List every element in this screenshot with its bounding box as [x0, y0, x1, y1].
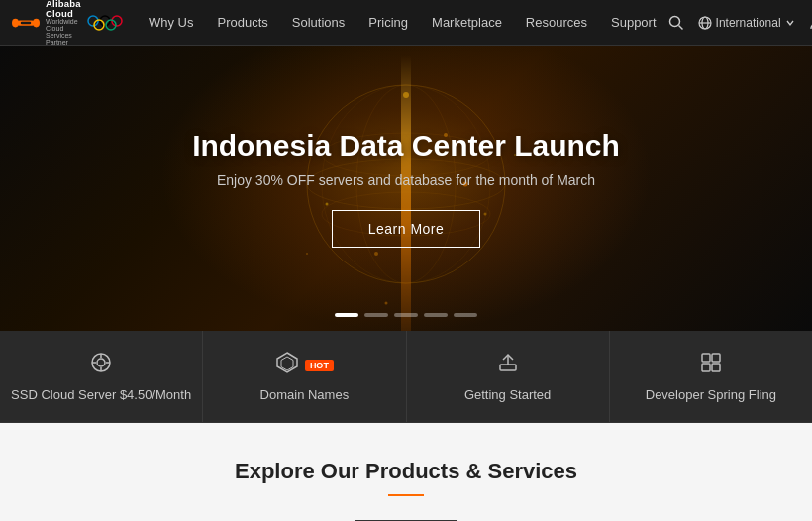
alibaba-cloud-logo-icon	[12, 14, 40, 32]
feature-tiles: SSD Cloud Server $4.50/Month HOT Domain …	[0, 331, 812, 423]
getting-started-icon	[496, 351, 520, 379]
nav-link-solutions[interactable]: Solutions	[280, 0, 356, 46]
carousel-dot-3[interactable]	[394, 313, 418, 317]
nav-link-marketplace[interactable]: Marketplace	[420, 0, 514, 46]
hero-cta-button[interactable]: Learn More	[332, 210, 481, 248]
svg-marker-39	[281, 357, 293, 370]
hero-carousel-dots	[335, 313, 477, 317]
svg-rect-42	[702, 354, 710, 362]
carousel-dot-4[interactable]	[424, 313, 448, 317]
explore-divider	[388, 494, 424, 496]
svg-point-9	[669, 16, 679, 26]
hero-title: Indonesia Data Center Launch	[192, 129, 620, 162]
nav-link-resources[interactable]: Resources	[514, 0, 599, 46]
feature-tile-ssd-cloud[interactable]: SSD Cloud Server $4.50/Month	[0, 331, 203, 422]
carousel-dot-5[interactable]	[454, 313, 477, 317]
svg-rect-3	[21, 21, 32, 24]
feature-tile-ssd-label: SSD Cloud Server $4.50/Month	[11, 387, 191, 402]
feature-tile-domain-top: HOT	[275, 351, 334, 379]
svg-marker-38	[277, 353, 297, 372]
feature-tile-getting-started[interactable]: Getting Started	[407, 331, 610, 422]
feature-tile-ssd-top	[89, 351, 113, 379]
hot-badge: HOT	[305, 360, 334, 371]
domain-names-icon	[275, 351, 299, 379]
logo-area: Alibaba Cloud Worldwide Cloud Services P…	[12, 0, 121, 46]
nav-link-pricing[interactable]: Pricing	[356, 0, 420, 46]
chevron-down-icon	[785, 18, 795, 28]
olympics-rings-icon	[87, 11, 123, 35]
hero-subtitle: Enjoy 30% OFF servers and database for t…	[192, 172, 620, 188]
svg-line-10	[678, 25, 682, 29]
hero-section: Indonesia Data Center Launch Enjoy 30% O…	[0, 46, 812, 331]
carousel-dot-1[interactable]	[335, 313, 358, 317]
svg-point-21	[403, 92, 409, 98]
international-selector[interactable]: International	[698, 16, 795, 30]
nav-right: International Free Account	[668, 9, 812, 37]
feature-tile-getting-started-top	[496, 351, 520, 379]
logo-subtitle: Worldwide Cloud Services Partner	[46, 18, 81, 46]
user-icon[interactable]	[809, 15, 812, 31]
ssd-cloud-icon	[89, 351, 113, 379]
search-icon[interactable]	[668, 15, 684, 31]
svg-point-25	[374, 252, 378, 256]
hero-content: Indonesia Data Center Launch Enjoy 30% O…	[192, 129, 620, 248]
feature-tile-dev-spring[interactable]: Developer Spring Fling	[610, 331, 812, 422]
nav-link-support[interactable]: Support	[599, 0, 668, 46]
svg-point-33	[97, 359, 105, 366]
feature-tile-domain-label: Domain Names	[260, 387, 350, 402]
carousel-dot-2[interactable]	[364, 313, 388, 317]
svg-rect-43	[712, 354, 720, 362]
international-label: International	[716, 16, 781, 30]
svg-point-31	[385, 302, 388, 305]
explore-section: Explore Our Products & Services View All	[0, 423, 812, 521]
feature-tile-domain-names[interactable]: HOT Domain Names	[203, 331, 406, 422]
nav-link-why-us[interactable]: Why Us	[137, 0, 206, 46]
svg-rect-45	[712, 364, 720, 371]
nav-links: Why Us Products Solutions Pricing Market…	[137, 0, 668, 46]
nav-link-products[interactable]: Products	[206, 0, 280, 46]
feature-tile-getting-started-label: Getting Started	[464, 387, 551, 402]
logo-text: Alibaba Cloud Worldwide Cloud Services P…	[46, 0, 81, 46]
feature-tile-dev-spring-label: Developer Spring Fling	[646, 387, 776, 402]
svg-point-29	[306, 253, 308, 255]
navbar: Alibaba Cloud Worldwide Cloud Services P…	[0, 0, 812, 46]
developer-spring-icon	[699, 351, 723, 379]
logo-brand-name: Alibaba Cloud	[46, 0, 81, 18]
feature-tile-dev-spring-top	[699, 351, 723, 379]
explore-title: Explore Our Products & Services	[235, 459, 577, 484]
svg-rect-40	[500, 365, 516, 370]
svg-rect-44	[702, 364, 710, 371]
